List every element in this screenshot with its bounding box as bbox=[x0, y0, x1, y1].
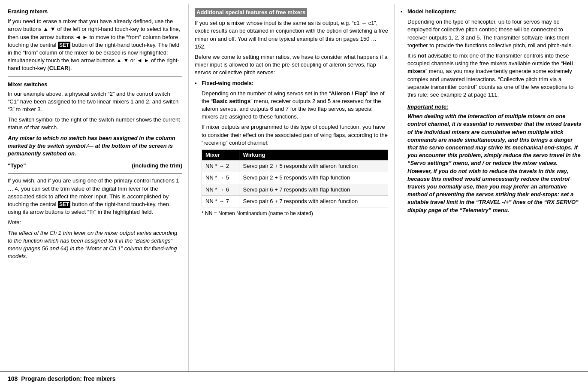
fixed-wing-content: Fixed-wing models: Depending on the numb… bbox=[202, 79, 388, 220]
important-note-heading: Important note: bbox=[407, 103, 582, 111]
erasing-mixers-heading: Erasing mixers bbox=[8, 8, 182, 15]
mixer-cell: NN * → 2 bbox=[202, 161, 239, 172]
set-button-label-2: SET bbox=[58, 201, 70, 208]
footer-title: Program description: free mixers bbox=[21, 375, 115, 383]
col-mixer-header: Mixer bbox=[202, 150, 239, 161]
note-italic-text: The effect of the Ch 1 trim lever on the… bbox=[8, 229, 182, 261]
mixer-cell: NN * → 6 bbox=[202, 184, 239, 195]
additional-features-heading: Additional special features of free mixe… bbox=[195, 8, 307, 17]
section-divider-1 bbox=[8, 76, 182, 76]
wirkung-cell: Servo pair 6 + 7 responds with flap func… bbox=[239, 184, 388, 195]
mixer-table: Mixer Wirkung NN * → 2Servo pair 2 + 5 r… bbox=[202, 149, 388, 207]
table-row: NN * → 5Servo pair 2 + 5 responds with f… bbox=[202, 172, 388, 184]
fixed-wing-bullet: • Fixed-wing models: Depending on the nu… bbox=[195, 79, 388, 220]
bullet-dot-2: • bbox=[401, 8, 405, 217]
type-p4: If you wish, and if you are using one of… bbox=[8, 177, 182, 216]
fixed-wing-heading: Fixed-wing models: bbox=[202, 79, 388, 87]
fixed-wing-p2: If mixer outputs are programmed to this … bbox=[202, 123, 388, 147]
columns-wrapper: Erasing mixers If you need to erase a mi… bbox=[0, 4, 588, 371]
helicopter-p1: Depending on the type of helicopter, up … bbox=[407, 18, 582, 49]
middle-column: Additional special features of free mixe… bbox=[189, 4, 395, 371]
set-button-label: SET bbox=[58, 42, 70, 49]
note-heading-text: Note: bbox=[8, 219, 182, 226]
helicopter-p2: It is not advisable to mix one of the tr… bbox=[407, 52, 582, 99]
left-column: Erasing mixers If you need to erase a mi… bbox=[0, 4, 189, 371]
mixer-cell: NN * → 5 bbox=[202, 172, 239, 184]
helicopter-heading: Model helicopters: bbox=[407, 8, 582, 15]
table-row: NN * → 2Servo pair 2 + 5 responds with a… bbox=[202, 161, 388, 172]
important-note-text: When dealing with the interaction of mul… bbox=[407, 112, 582, 214]
mixer-switches-p3: The switch symbol to the right of the sw… bbox=[8, 116, 182, 131]
italic-bold-note: Any mixer to which no switch has been as… bbox=[8, 134, 182, 158]
right-column: • Model helicopters: Depending on the ty… bbox=[395, 4, 588, 371]
type-subheading: (including the trim) bbox=[132, 162, 182, 170]
type-row: “Type” (including the trim) bbox=[8, 162, 182, 170]
helicopter-bullet: • Model helicopters: Depending on the ty… bbox=[401, 8, 582, 217]
bullet-dot-1: • bbox=[195, 79, 199, 220]
mixer-cell: NN * → 7 bbox=[202, 195, 239, 207]
table-row: NN * → 7Servo pair 6 + 7 responds with a… bbox=[202, 195, 388, 207]
wirkung-cell: Servo pair 6 + 7 responds with aileron f… bbox=[239, 195, 388, 207]
table-footnote: * NN = Nomen Nominandum (name to be stat… bbox=[202, 210, 388, 217]
wirkung-cell: Servo pair 2 + 5 responds with aileron f… bbox=[239, 161, 388, 172]
type-label: “Type” bbox=[8, 162, 26, 170]
fixed-wing-p1: Depending on the number of wing servos s… bbox=[202, 90, 388, 121]
wirkung-cell: Servo pair 2 + 5 responds with flap func… bbox=[239, 172, 388, 184]
section-divider-2 bbox=[8, 173, 182, 173]
footer-bar: 108 Program description: free mixers bbox=[0, 371, 588, 386]
table-row: NN * → 6Servo pair 6 + 7 responds with f… bbox=[202, 184, 388, 195]
additional-p1: If you set up a mixer whose input is the… bbox=[195, 19, 388, 51]
note-heading: Note: bbox=[8, 219, 21, 225]
mixer-switches-heading: Mixer switches bbox=[8, 81, 182, 88]
erasing-mixers-p1: If you need to erase a mixer that you ha… bbox=[8, 18, 182, 72]
additional-p2: Before we come to setting mixer ratios, … bbox=[195, 53, 388, 77]
helicopter-content: Model helicopters: Depending on the type… bbox=[407, 8, 582, 217]
page-number: 108 bbox=[8, 375, 18, 383]
col-wirkung-header: Wirkung bbox=[239, 150, 388, 161]
mixer-switches-p2: In our example above, a physical switch … bbox=[8, 90, 182, 114]
page-container: Erasing mixers If you need to erase a mi… bbox=[0, 0, 588, 386]
